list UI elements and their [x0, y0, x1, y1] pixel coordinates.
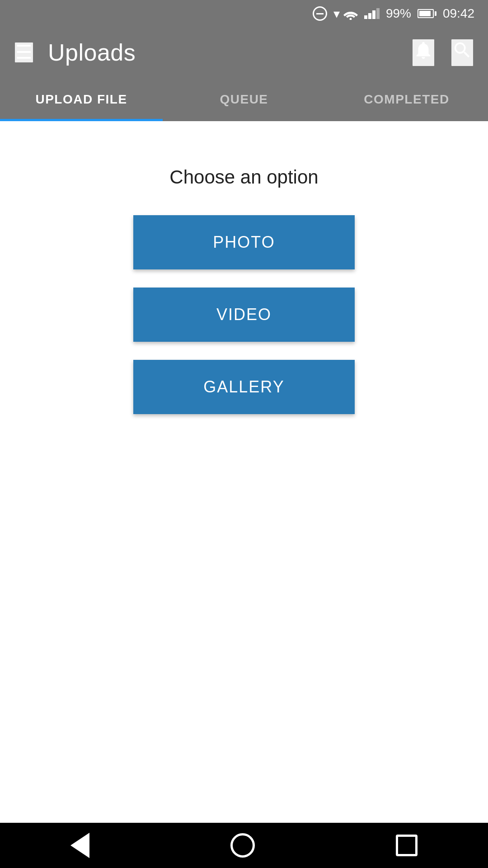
- home-button[interactable]: [230, 833, 255, 858]
- clock: 09:42: [443, 6, 474, 21]
- nav-bar: [0, 823, 488, 868]
- menu-button[interactable]: ☰: [14, 42, 33, 63]
- notification-button[interactable]: [412, 39, 435, 66]
- video-button[interactable]: VIDEO: [133, 288, 355, 342]
- photo-button[interactable]: PHOTO: [133, 215, 355, 269]
- signal-icon: [364, 8, 380, 19]
- app-bar: ☰ Uploads: [0, 27, 488, 78]
- page-title: Uploads: [48, 39, 398, 66]
- dnd-icon: [313, 6, 327, 21]
- status-icons: ▾ 99% 09:42: [313, 6, 474, 21]
- recent-apps-icon: [396, 835, 418, 856]
- tab-completed[interactable]: COMPLETED: [325, 78, 488, 121]
- battery-percent: 99%: [386, 6, 411, 21]
- search-button[interactable]: [451, 39, 474, 66]
- battery-icon: [418, 9, 436, 18]
- svg-point-0: [349, 18, 352, 20]
- back-icon: [70, 833, 89, 858]
- app-bar-actions: [412, 39, 474, 66]
- tab-bar: UPLOAD FILE QUEUE COMPLETED: [0, 78, 488, 121]
- home-icon: [230, 833, 255, 858]
- tab-upload-file[interactable]: UPLOAD FILE: [0, 78, 163, 121]
- wifi-icon: ▾: [333, 6, 358, 21]
- search-icon: [452, 40, 473, 61]
- gallery-button[interactable]: GALLERY: [133, 360, 355, 414]
- recent-apps-button[interactable]: [396, 835, 418, 856]
- back-button[interactable]: [70, 833, 89, 858]
- main-content: Choose an option PHOTO VIDEO GALLERY: [0, 121, 488, 823]
- status-bar: ▾ 99% 09:42: [0, 0, 488, 27]
- choose-option-label: Choose an option: [169, 166, 318, 188]
- tab-queue[interactable]: QUEUE: [163, 78, 325, 121]
- bell-icon: [413, 40, 434, 61]
